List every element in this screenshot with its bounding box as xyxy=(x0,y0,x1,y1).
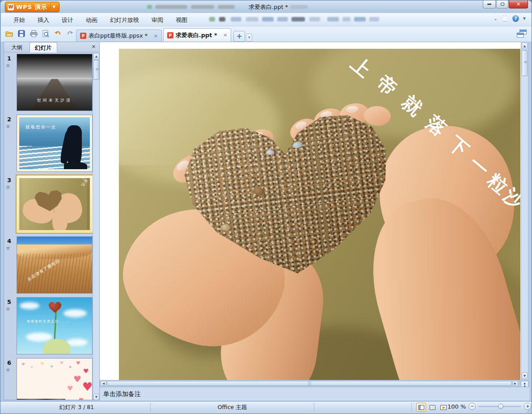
redacted-menu-item xyxy=(309,17,320,21)
redacted-titlebar-text xyxy=(191,5,214,9)
help-caret-icon[interactable]: ▼ xyxy=(523,17,526,21)
scroll-down-icon[interactable]: ▼ xyxy=(93,394,99,400)
help-icon[interactable]: ? xyxy=(512,15,519,22)
menu-tab-insert[interactable]: 插入 xyxy=(31,13,55,26)
status-theme: Office 主题 xyxy=(151,403,314,412)
slide1-caption: 世间本无沙漠 xyxy=(17,98,92,103)
menu-tab-slideshow[interactable]: 幻灯片放映 xyxy=(104,13,145,26)
save-floppy-icon xyxy=(18,30,25,37)
redacted-menu-item xyxy=(246,17,258,21)
slide-thumbnail-6[interactable]: 6 ☆ ♥ ♥ ♥ ♥ ♥ ♥ ♥ ♥ ♥ ♥ ♥ ♥ xyxy=(4,357,93,400)
slide4-desert-image: 从此便有了撒哈拉 xyxy=(17,237,92,293)
vertical-scroll-thumb[interactable] xyxy=(522,50,528,76)
ppt-file-icon: P xyxy=(167,32,173,38)
slide-thumbnail-2[interactable]: 2 ☆ 我每想你一次 xyxy=(4,114,93,175)
redacted-menu-item xyxy=(209,17,215,21)
zoom-slider[interactable] xyxy=(478,406,521,407)
slideshow-play-icon xyxy=(440,405,447,410)
doc-tab-close-icon[interactable]: ✕ xyxy=(154,34,157,38)
redacted-menu-item xyxy=(262,17,274,21)
transition-star-icon: ☆ xyxy=(6,245,10,251)
menu-tab-review[interactable]: 审阅 xyxy=(145,13,169,26)
sidebar-scrollbar[interactable]: ▲ ▼ xyxy=(93,53,99,400)
redacted-titlebar-text xyxy=(218,5,235,9)
new-tab-caret-icon[interactable]: ▾ xyxy=(246,34,252,42)
zoom-slider-thumb[interactable] xyxy=(498,404,503,409)
minimize-button[interactable] xyxy=(483,0,496,9)
notes-placeholder[interactable]: 单击添加备注 xyxy=(103,390,141,398)
slide-photo-hands-heart[interactable]: 上帝就落下一粒沙 xyxy=(119,49,520,380)
redo-button[interactable] xyxy=(65,29,75,38)
transition-star-icon: ☆ xyxy=(6,124,10,129)
wps-presentation-window: W WPS 演示 ▼ 求爱表白.ppt * ✕ 开始 插入 设计 动画 幻灯片放… xyxy=(0,0,532,414)
scroll-down-icon[interactable]: ▼ xyxy=(522,372,528,379)
resize-grip[interactable] xyxy=(526,408,531,413)
scroll-left-icon[interactable]: ◀ xyxy=(101,381,106,386)
menu-tab-design[interactable]: 设计 xyxy=(55,13,80,26)
zoom-out-button[interactable]: − xyxy=(469,403,476,410)
slide1-pier-image: 世间本无沙漠 xyxy=(17,54,92,111)
slide-sorter-view-button[interactable] xyxy=(427,403,437,412)
menu-tab-animation[interactable]: 动画 xyxy=(80,13,104,26)
redacted-menu-item xyxy=(369,17,379,21)
slide-editing-canvas[interactable]: 上帝就落下一粒沙 xyxy=(100,42,521,380)
slideshow-button[interactable] xyxy=(439,403,448,412)
slide-panel-tabs: 大纲 幻灯片 ✕ xyxy=(4,42,99,52)
slide-number: 2 xyxy=(7,116,11,123)
transition-star-icon: ☆ xyxy=(6,306,10,312)
wps-app-menu-button[interactable]: W WPS 演示 ▼ xyxy=(5,2,59,12)
print-preview-button[interactable] xyxy=(41,29,51,38)
doc-tab-inactive[interactable]: P 表白ppt最终版.ppsx * ✕ xyxy=(76,30,162,42)
undo-button[interactable] xyxy=(53,29,63,38)
blue-pebble xyxy=(266,150,274,155)
doc-tab-active[interactable]: P 求爱表白.ppt * ✕ xyxy=(163,28,231,42)
slide-number: 6 xyxy=(7,359,11,366)
redacted-menu-item xyxy=(342,17,350,21)
notes-pane[interactable]: 单击添加备注 xyxy=(100,387,529,401)
transition-star-icon: ☆ xyxy=(6,63,10,68)
close-button[interactable]: ✕ xyxy=(509,0,528,9)
horizontal-scroll-thumb[interactable] xyxy=(107,381,512,386)
menu-tab-view[interactable]: 视图 xyxy=(169,13,194,26)
wps-logo-icon: W xyxy=(8,4,14,10)
slide2-couple-image: 我每想你一次 xyxy=(19,117,90,169)
zoom-controls: 100 % − + xyxy=(448,403,531,410)
redacted-titlebar-text xyxy=(155,5,187,9)
status-bar: 幻灯片 3 / 81 Office 主题 100 % − + xyxy=(0,401,532,414)
skin-theme-icon[interactable] xyxy=(502,16,508,21)
tab-outline[interactable]: 大纲 xyxy=(6,42,27,52)
app-menu-caret-icon[interactable]: ▼ xyxy=(51,5,57,9)
normal-view-button[interactable] xyxy=(416,403,426,412)
transition-star-icon: ☆ xyxy=(6,184,10,190)
restore-button[interactable] xyxy=(496,0,508,9)
scroll-right-icon[interactable]: ▶ xyxy=(512,381,518,386)
restore-icon xyxy=(501,3,504,6)
slide-thumbnail-1[interactable]: 1 ☆ 世间本无沙漠 xyxy=(4,53,93,114)
printer-icon xyxy=(30,30,38,37)
scroll-up-icon[interactable]: ▲ xyxy=(522,43,528,49)
slide-thumbnail-4[interactable]: 4 ☆ 从此便有了撒哈拉 xyxy=(4,235,93,296)
tab-slides[interactable]: 幻灯片 xyxy=(30,42,57,52)
menu-tab-home[interactable]: 开始 xyxy=(7,13,31,26)
app-name: WPS 演示 xyxy=(16,3,51,11)
save-button[interactable] xyxy=(17,29,26,38)
window-arrange-icon[interactable] xyxy=(517,30,527,38)
doc-tab-close-icon[interactable]: ✕ xyxy=(224,33,227,38)
panel-close-icon[interactable]: ✕ xyxy=(92,44,96,50)
slide-number: 1 xyxy=(7,55,11,62)
open-file-button[interactable] xyxy=(4,29,14,38)
scroll-up-icon[interactable]: ▲ xyxy=(93,53,99,60)
undo-icon xyxy=(54,30,62,37)
slide-thumbnail-3-selected[interactable]: 3 ☆ 上帝就落下一粒沙 xyxy=(4,175,93,235)
collapse-ribbon-icon[interactable]: ⌄ xyxy=(494,16,498,21)
slide5-caption: 假借爱到主页之口。。。 xyxy=(27,319,71,324)
slide-thumbnail-5[interactable]: 5 ☆ 假借爱到主页之口。。。 xyxy=(4,296,93,357)
horizontal-scrollbar[interactable]: ◀ ▶ xyxy=(100,380,519,387)
print-button[interactable] xyxy=(29,29,38,38)
sidebar-scroll-thumb[interactable] xyxy=(93,60,99,80)
redacted-menu-item xyxy=(327,17,339,21)
doc-tab-label: 表白ppt最终版.ppsx * xyxy=(89,32,148,40)
vertical-scrollbar[interactable]: ▲ ▼ xyxy=(521,42,528,380)
slide-thumbnail-list: 1 ☆ 世间本无沙漠 2 ☆ 我每想你一次 3 ☆ xyxy=(4,53,93,400)
new-tab-button[interactable]: + xyxy=(233,31,245,42)
